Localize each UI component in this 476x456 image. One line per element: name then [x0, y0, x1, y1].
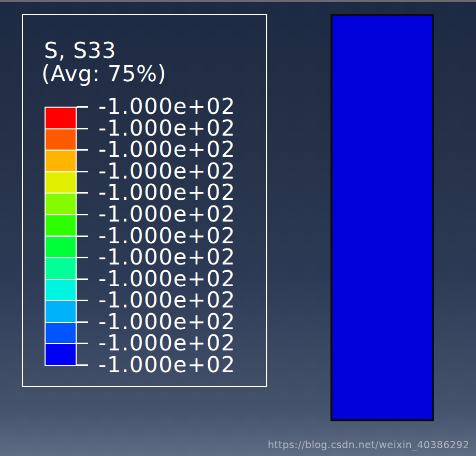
legend-swatch-10	[45, 322, 77, 345]
legend-tick-label: -1.000e+02	[98, 246, 236, 268]
legend-swatch-11	[45, 343, 77, 366]
legend-tick	[77, 192, 88, 194]
legend-tick-label: -1.000e+02	[98, 96, 236, 117]
legend-swatch-0	[45, 107, 77, 129]
legend-tick	[77, 214, 88, 215]
legend-tick-label: -1.000e+02	[98, 354, 236, 376]
legend-tick	[77, 149, 88, 151]
legend-tick	[77, 171, 88, 172]
legend-swatch-3	[45, 171, 77, 194]
legend-tick-label: -1.000e+02	[98, 182, 236, 203]
legend-tick	[77, 300, 88, 301]
legend-swatch-9	[45, 300, 77, 323]
model-part-contour[interactable]	[330, 14, 434, 421]
watermark-url: https://blog.csdn.net/weixin_40386292	[268, 439, 469, 450]
legend-swatch-2	[45, 150, 77, 172]
legend-tick	[77, 343, 88, 344]
legend-tick-label: -1.000e+02	[98, 289, 236, 311]
legend-tick-label: -1.000e+02	[98, 268, 236, 290]
legend-tick	[77, 321, 88, 323]
legend-tick	[77, 364, 88, 366]
window-top-edge	[0, 0, 476, 2]
legend-tick	[77, 106, 88, 108]
legend-tick	[77, 236, 88, 237]
legend-tick-label: -1.000e+02	[98, 117, 236, 139]
legend-tick-label: -1.000e+02	[98, 332, 236, 354]
legend-tick-label: -1.000e+02	[98, 203, 236, 225]
legend-color-scale: -1.000e+02-1.000e+02-1.000e+02-1.000e+02…	[23, 15, 266, 386]
legend-swatch-1	[45, 128, 77, 151]
legend-tick-label: -1.000e+02	[98, 160, 236, 182]
legend-swatch-8	[45, 279, 77, 302]
legend-swatch-5	[45, 214, 77, 237]
legend-tick-label: -1.000e+02	[98, 139, 236, 160]
legend-tick	[77, 257, 88, 258]
legend-tick-label: -1.000e+02	[98, 225, 236, 247]
legend-swatch-7	[45, 257, 77, 280]
legend-tick	[77, 128, 88, 129]
legend-swatch-4	[45, 193, 77, 215]
abaqus-viewport: S, S33 (Avg: 75%) -1.000e+02-1.000e+02-1…	[0, 0, 476, 456]
legend-swatch-6	[45, 236, 77, 259]
legend-tick-label: -1.000e+02	[98, 311, 236, 333]
legend-tick	[77, 278, 88, 280]
contour-legend: S, S33 (Avg: 75%) -1.000e+02-1.000e+02-1…	[22, 14, 267, 387]
